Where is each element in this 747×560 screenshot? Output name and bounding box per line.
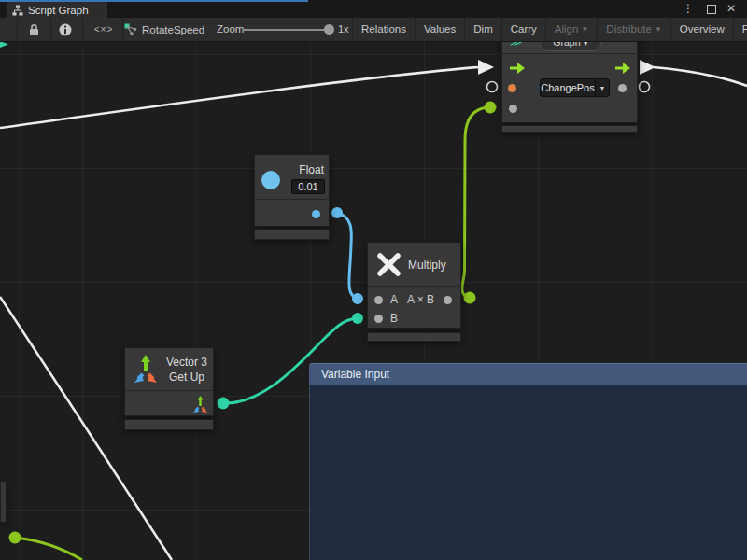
info-icon — [59, 23, 72, 36]
node-float[interactable]: Float 0.01 — [254, 154, 330, 227]
code-icon: <×> — [94, 24, 114, 35]
port-multiply-result[interactable] — [444, 296, 452, 304]
node-float-title: Float — [287, 163, 324, 176]
float-type-icon — [261, 171, 280, 189]
port-multiply-a[interactable] — [374, 296, 383, 304]
node-vector3-getup[interactable]: Vector 3 Get Up — [124, 347, 214, 416]
divider — [82, 18, 83, 41]
vector3-icon — [133, 355, 159, 383]
graph-breadcrumb-icon — [124, 23, 137, 35]
node-vector3-title: Vector 3 — [162, 356, 211, 369]
overview-button[interactable]: Overview — [670, 18, 733, 41]
float-value-field[interactable]: 0.01 — [291, 179, 325, 194]
node-vector3-footer[interactable] — [124, 419, 214, 430]
divider — [125, 390, 213, 391]
group-title: Variable Input — [321, 368, 389, 381]
divider — [255, 199, 329, 200]
group-variable-input[interactable]: Variable Input — [309, 363, 747, 560]
lock-button[interactable] — [22, 18, 45, 41]
node-multiply[interactable]: Multiply A A × B B — [367, 242, 461, 329]
zoom-slider-handle[interactable] — [324, 24, 334, 35]
divider — [368, 286, 460, 287]
zoom-label: Zoom — [217, 18, 244, 41]
carry-button[interactable]: Carry — [501, 18, 545, 41]
align-label: Align — [555, 23, 579, 35]
script-graph-window: Variable Input ≫ — [0, 0, 747, 560]
chevron-down-icon: ▼ — [581, 25, 588, 34]
node-float-footer[interactable] — [254, 229, 330, 240]
group-header[interactable]: Variable Input — [309, 363, 747, 385]
node-graph-unit-footer[interactable] — [501, 125, 638, 133]
breadcrumb[interactable]: RotateSpeed — [124, 18, 204, 41]
node-multiply-footer[interactable] — [367, 332, 461, 342]
changepos-dropdown-value: ChangePos — [541, 82, 595, 93]
align-button[interactable]: Align▼ — [545, 18, 598, 41]
node-graph-unit[interactable]: ≫ Graph ▾ ChangePos ▼ — [501, 28, 638, 123]
divider — [50, 18, 51, 41]
divider — [502, 53, 637, 54]
tab-script-graph[interactable]: Script Graph — [7, 2, 107, 18]
full-screen-button[interactable]: Full Screen — [733, 18, 747, 41]
node-multiply-title: Multiply — [408, 259, 446, 272]
port-multiply-b[interactable] — [374, 315, 383, 323]
port-label-a: A — [390, 293, 398, 306]
divider — [17, 18, 18, 41]
close-icon[interactable]: ✕ — [723, 0, 740, 18]
port-row3[interactable] — [509, 105, 517, 113]
multiply-icon — [377, 253, 401, 276]
info-button[interactable] — [54, 18, 77, 41]
port-label-axb: A × B — [407, 293, 434, 306]
port-output-right[interactable] — [618, 84, 627, 92]
port-label-b: B — [390, 312, 398, 325]
port-float-output[interactable] — [312, 210, 320, 218]
values-button[interactable]: Values — [415, 18, 464, 41]
zoom-value: 1x — [338, 18, 349, 41]
maximize-icon[interactable] — [707, 5, 716, 14]
group-body[interactable] — [309, 385, 747, 560]
zoom-slider-track[interactable] — [243, 29, 329, 31]
divider — [122, 18, 123, 41]
vector3-output-icon[interactable] — [192, 396, 208, 413]
dim-button[interactable]: Dim — [464, 18, 500, 41]
chevron-down-icon: ▼ — [655, 25, 662, 34]
chevron-down-icon: ▼ — [596, 85, 609, 91]
relations-button[interactable]: Relations — [352, 18, 415, 41]
distribute-label: Distribute — [606, 23, 652, 35]
flow-arrow-input-icon[interactable] — [510, 63, 525, 74]
script-graph-icon — [12, 5, 23, 16]
port-changepos-input[interactable] — [508, 84, 516, 92]
flow-arrow-output-icon[interactable] — [615, 63, 630, 74]
node-offscreen-left[interactable] — [0, 481, 7, 523]
tab-title: Script Graph — [28, 5, 89, 16]
toolbar-buttons: Relations Values Dim Carry Align▼ Distri… — [352, 18, 747, 41]
node-vector3-subtitle: Get Up — [162, 371, 211, 384]
window-menu-icon[interactable]: ⋮ — [680, 0, 697, 18]
lock-icon — [28, 23, 40, 36]
distribute-button[interactable]: Distribute▼ — [597, 18, 670, 41]
title-bar — [0, 0, 747, 18]
code-view-button[interactable]: <×> — [86, 18, 121, 41]
changepos-dropdown[interactable]: ChangePos ▼ — [540, 78, 610, 97]
breadcrumb-graph-name: RotateSpeed — [142, 24, 204, 35]
